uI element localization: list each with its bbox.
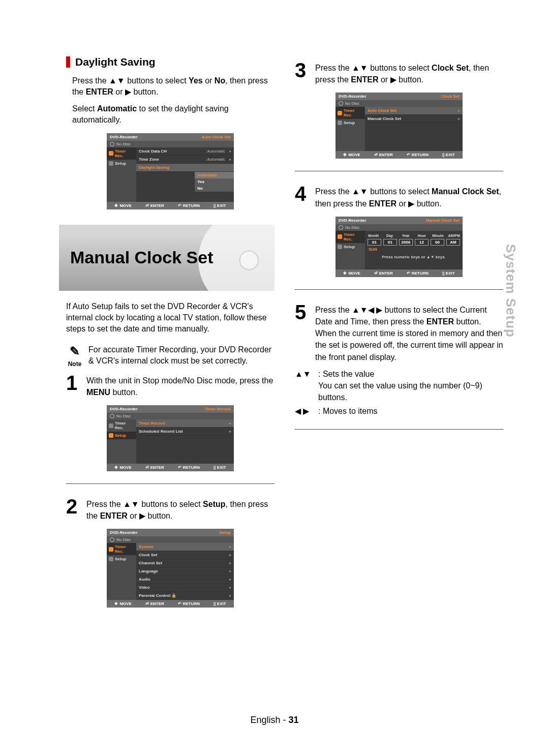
osd-side-timer-rec: Timer Rec.: [107, 147, 136, 160]
step-number: 1: [66, 373, 86, 398]
step-4: 4 Press the ▲▼ buttons to select Manual …: [295, 184, 503, 209]
note-text: For accurate Timer Recording, your DVD R…: [88, 344, 274, 367]
page-footer: English - 31: [0, 715, 549, 725]
divider: [295, 289, 503, 290]
osd-side-timer-rec: Timer Rec.: [336, 231, 365, 243]
gear-icon: [338, 245, 342, 249]
disc-icon: [110, 142, 114, 146]
divider: [295, 171, 503, 171]
clock-icon: [109, 424, 113, 428]
step-5: 5 Press the ▲▼◀ ▶ buttons to select the …: [295, 302, 503, 363]
osd-side-timer-rec: Timer Rec.: [107, 419, 136, 432]
osd-setup: DVD-RecorderSetup No Disc Timer Rec. Set…: [107, 529, 234, 608]
osd-side-setup: Setup: [107, 432, 136, 439]
gear-icon: [109, 161, 113, 166]
step-number: 4: [295, 184, 315, 209]
step-number: 2: [66, 496, 86, 522]
disc-icon: [110, 537, 114, 542]
heading-accent-bar: [66, 56, 70, 68]
daylight-saving-heading: Daylight Saving: [66, 56, 274, 68]
step-2: 2 Press the ▲▼ buttons to select Setup, …: [66, 496, 274, 522]
step-3: 3 Press the ▲▼ buttons to select Clock S…: [295, 60, 503, 85]
step-number: 5: [295, 302, 315, 363]
manual-intro: If Auto Setup fails to set the DVD Recor…: [66, 301, 274, 335]
manual-clock-set-banner: Manual Clock Set: [59, 225, 274, 291]
note-label: Note: [66, 360, 83, 368]
daylight-paragraph-2: Select Automatic to set the daylight sav…: [72, 103, 274, 126]
clock-icon: [338, 111, 342, 115]
note-icon: ✎: [66, 344, 83, 358]
lock-icon: 🔒: [171, 593, 176, 598]
osd-manual-clock-set: DVD-RecorderManual Clock Set No Disc Tim…: [336, 217, 463, 277]
osd-dropdown: Automatic Yes No: [195, 172, 234, 192]
osd-side-setup: Setup: [107, 160, 136, 167]
right-column: 3 Press the ▲▼ buttons to select Clock S…: [295, 56, 503, 618]
osd-side-timer-rec: Timer Rec.: [336, 107, 365, 119]
disc-icon: [339, 225, 343, 230]
gear-icon: [338, 120, 342, 125]
divider: [66, 483, 274, 484]
gear-icon: [109, 433, 113, 438]
clock-icon: [109, 151, 113, 156]
banner-title: Manual Clock Set: [70, 248, 214, 267]
side-tab-system-setup: System Setup: [503, 244, 518, 338]
note-block: ✎ Note For accurate Timer Recording, you…: [66, 344, 274, 368]
leftright-symbol: ◀ ▶: [295, 405, 318, 417]
divider: [295, 429, 503, 430]
heading-text: Daylight Saving: [75, 56, 156, 68]
osd-timer-record: DVD-RecorderTimer Record No Disc Timer R…: [107, 405, 234, 471]
osd-side-timer-rec: Timer Rec.: [107, 543, 136, 555]
disc-icon: [110, 414, 114, 418]
clock-icon: [338, 234, 342, 239]
osd-clock-set: DVD-RecorderClock Set No Disc Timer Rec.…: [336, 93, 463, 159]
daylight-paragraph-1: Press the ▲▼ buttons to select Yes or No…: [72, 75, 274, 98]
clock-icon: [109, 547, 113, 552]
gear-icon: [109, 557, 113, 561]
step-number: 3: [295, 60, 315, 85]
page: System Setup Daylight Saving Press the ▲…: [0, 0, 549, 756]
osd-side-setup: Setup: [336, 243, 365, 251]
left-column: Daylight Saving Press the ▲▼ buttons to …: [66, 56, 274, 618]
symbol-legend: ▲▼ : Sets the valueYou can set the value…: [295, 368, 503, 417]
osd-side-setup: Setup: [336, 119, 365, 127]
updown-symbol: ▲▼: [295, 368, 318, 404]
disc-icon: [339, 101, 343, 106]
step-1: 1 With the unit in Stop mode/No Disc mod…: [66, 373, 274, 398]
osd-auto-clock-set: DVD-RecorderAuto Clock Set No Disc Timer…: [107, 133, 234, 209]
osd-side-setup: Setup: [107, 555, 136, 563]
